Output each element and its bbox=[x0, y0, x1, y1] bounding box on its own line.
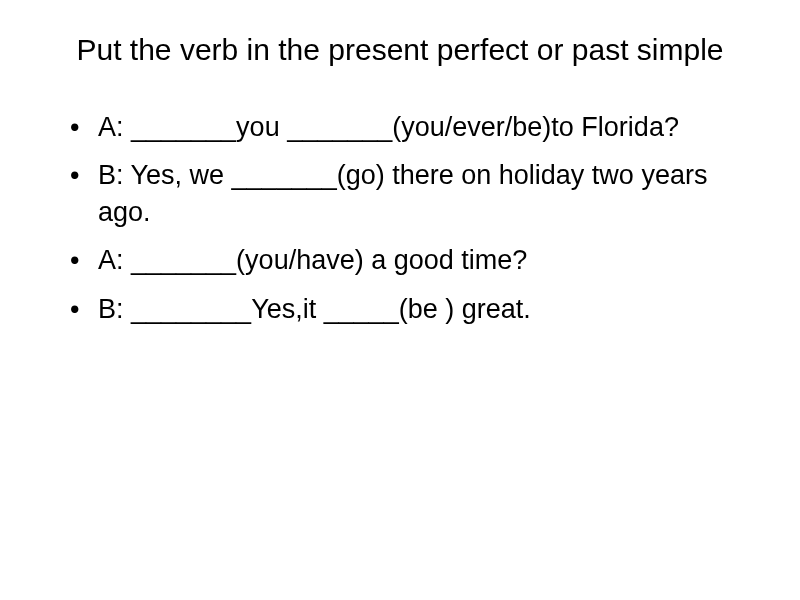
list-item: B: Yes, we _______(go) there on holiday … bbox=[70, 157, 750, 230]
list-item: A: _______(you/have) a good time? bbox=[70, 242, 750, 278]
list-item: B: ________Yes,it _____(be ) great. bbox=[70, 291, 750, 327]
list-item: A: _______you _______(you/ever/be)to Flo… bbox=[70, 109, 750, 145]
slide-title: Put the verb in the present perfect or p… bbox=[50, 30, 750, 69]
exercise-list: A: _______you _______(you/ever/be)to Flo… bbox=[50, 109, 750, 327]
